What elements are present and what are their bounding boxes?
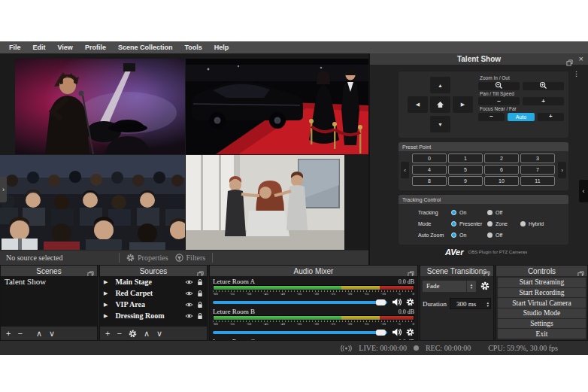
scenes-header[interactable]: Scenes bbox=[1, 266, 97, 276]
preset-button[interactable]: 4 bbox=[412, 165, 447, 175]
dock-expand-right-tab[interactable]: ‹ bbox=[579, 180, 588, 202]
controls-header[interactable]: Controls bbox=[496, 266, 587, 276]
preview-canvas[interactable] bbox=[0, 53, 368, 250]
preset-button[interactable]: 11 bbox=[520, 176, 555, 186]
control-button[interactable]: Start Recording bbox=[498, 288, 586, 298]
speaker-icon[interactable] bbox=[392, 298, 402, 306]
slider-handle[interactable] bbox=[376, 299, 386, 305]
eye-icon[interactable] bbox=[185, 290, 193, 296]
pan-down-button[interactable]: ▼ bbox=[430, 116, 450, 132]
mode-presenter-radio[interactable]: Presenter bbox=[451, 221, 482, 226]
scene-down-button[interactable]: ∨ bbox=[49, 330, 55, 338]
menu-item[interactable]: Scene Collection bbox=[112, 41, 179, 53]
tracking-off-radio[interactable]: Off bbox=[487, 210, 502, 215]
preset-button[interactable]: 10 bbox=[484, 176, 519, 186]
preset-button[interactable]: 3 bbox=[520, 153, 555, 163]
transitions-header[interactable]: Scene Transitions bbox=[420, 266, 493, 276]
sources-header[interactable]: Sources bbox=[100, 266, 207, 276]
control-button[interactable]: Start Virtual Camera bbox=[498, 298, 586, 308]
menu-item[interactable]: Help bbox=[208, 41, 235, 53]
eye-icon[interactable] bbox=[185, 302, 193, 308]
preview-red-carpet[interactable] bbox=[186, 59, 368, 154]
mode-zone-radio[interactable]: Zone bbox=[487, 221, 508, 226]
focus-near-button[interactable]: − bbox=[478, 113, 505, 121]
transition-gear-button[interactable] bbox=[478, 280, 491, 292]
filters-button[interactable]: Filters bbox=[175, 254, 206, 262]
speed-plus-button[interactable]: + bbox=[523, 97, 564, 105]
preset-button[interactable]: 5 bbox=[448, 165, 483, 175]
preset-button[interactable]: 9 bbox=[448, 176, 483, 186]
source-down-button[interactable]: ∨ bbox=[156, 330, 162, 338]
dock-expand-left-tab[interactable]: › bbox=[0, 177, 7, 202]
audio-mixer-header[interactable]: Audio Mixer bbox=[210, 266, 417, 276]
scene-up-button[interactable]: ∧ bbox=[36, 330, 42, 338]
tick-label: -55 bbox=[229, 292, 235, 296]
control-button[interactable]: Studio Mode bbox=[498, 308, 586, 318]
speed-minus-button[interactable]: − bbox=[478, 97, 520, 105]
scene-list-item[interactable]: Talent Show bbox=[1, 276, 97, 287]
kebab-menu-icon[interactable]: ⋮ bbox=[573, 70, 580, 77]
menu-item[interactable]: View bbox=[52, 41, 79, 53]
lock-icon[interactable] bbox=[197, 278, 203, 286]
menu-item[interactable]: Edit bbox=[27, 41, 52, 53]
duration-spinner[interactable]: 300 ms ▴▾ bbox=[450, 298, 491, 309]
source-row[interactable]: ▶ VIP Area bbox=[100, 299, 207, 310]
focus-auto-button[interactable]: Auto bbox=[508, 113, 534, 121]
preset-button[interactable]: 7 bbox=[520, 165, 555, 175]
eye-icon[interactable] bbox=[185, 279, 193, 285]
control-button[interactable]: Exit bbox=[498, 329, 586, 339]
source-properties-gear-icon[interactable] bbox=[129, 330, 137, 338]
speaker-icon[interactable] bbox=[392, 328, 402, 336]
channel-gear-icon[interactable] bbox=[406, 298, 414, 306]
preset-button[interactable]: 0 bbox=[412, 153, 447, 163]
lock-icon[interactable] bbox=[197, 301, 203, 308]
add-source-button[interactable]: + bbox=[105, 330, 110, 338]
preset-button[interactable]: 1 bbox=[448, 153, 483, 163]
tracking-on-radio[interactable]: On bbox=[451, 210, 466, 215]
control-button[interactable]: Start Streaming bbox=[498, 278, 586, 287]
menu-item[interactable]: Profile bbox=[79, 41, 112, 53]
source-row[interactable]: ▶ Dressing Room bbox=[100, 310, 207, 321]
add-scene-button[interactable]: + bbox=[6, 330, 11, 338]
preview-vip-area[interactable] bbox=[0, 155, 185, 250]
zoom-in-button[interactable] bbox=[523, 82, 564, 90]
preset-button[interactable]: 8 bbox=[412, 176, 447, 186]
slider-handle[interactable] bbox=[376, 330, 386, 336]
properties-button[interactable]: Properties bbox=[126, 254, 168, 262]
zoom-out-button[interactable] bbox=[478, 82, 520, 90]
pan-right-button[interactable]: ▶ bbox=[453, 96, 473, 113]
source-row[interactable]: ▶ Main Stage bbox=[100, 276, 207, 287]
menu-item[interactable]: File bbox=[3, 41, 27, 53]
preset-button[interactable]: 2 bbox=[484, 153, 519, 163]
volume-slider[interactable] bbox=[213, 301, 387, 304]
auto-zoom-on-radio[interactable]: On bbox=[451, 232, 466, 238]
channel-gear-icon[interactable] bbox=[406, 328, 414, 336]
auto-zoom-off-radio[interactable]: Off bbox=[487, 232, 502, 238]
home-button[interactable] bbox=[430, 96, 450, 113]
close-icon[interactable]: × bbox=[579, 53, 583, 65]
preset-button[interactable]: 6 bbox=[484, 165, 519, 175]
volume-slider[interactable] bbox=[213, 331, 387, 334]
transition-select[interactable]: Fade ▴▾ bbox=[423, 281, 476, 292]
talent-dock-header[interactable]: Talent Show × bbox=[370, 53, 588, 65]
eye-icon[interactable] bbox=[185, 313, 193, 319]
preset-prev-button[interactable]: ‹ bbox=[401, 162, 409, 178]
control-button[interactable]: Settings bbox=[498, 319, 586, 329]
focus-far-button[interactable]: + bbox=[538, 113, 564, 121]
pan-up-button[interactable]: ▲ bbox=[430, 77, 450, 93]
spinner-arrows[interactable]: ▴▾ bbox=[486, 301, 490, 307]
preview-dressing-room[interactable] bbox=[186, 155, 344, 250]
lock-icon[interactable] bbox=[197, 290, 203, 297]
mode-hybrid-radio[interactable]: Hybrid bbox=[520, 221, 544, 226]
remove-scene-button[interactable]: − bbox=[17, 330, 22, 338]
preview-main-stage[interactable] bbox=[15, 59, 185, 154]
preset-next-button[interactable]: › bbox=[558, 162, 566, 178]
combo-arrows[interactable]: ▴▾ bbox=[466, 281, 476, 292]
menu-item[interactable]: Tools bbox=[178, 41, 208, 53]
remove-source-button[interactable]: − bbox=[117, 330, 121, 338]
source-row[interactable]: ▶ Red Carpet bbox=[100, 287, 207, 299]
pan-left-button[interactable]: ◀ bbox=[408, 96, 428, 113]
source-up-button[interactable]: ∧ bbox=[144, 330, 150, 338]
lock-icon[interactable] bbox=[197, 312, 203, 320]
dock-float-icon[interactable] bbox=[566, 56, 573, 69]
